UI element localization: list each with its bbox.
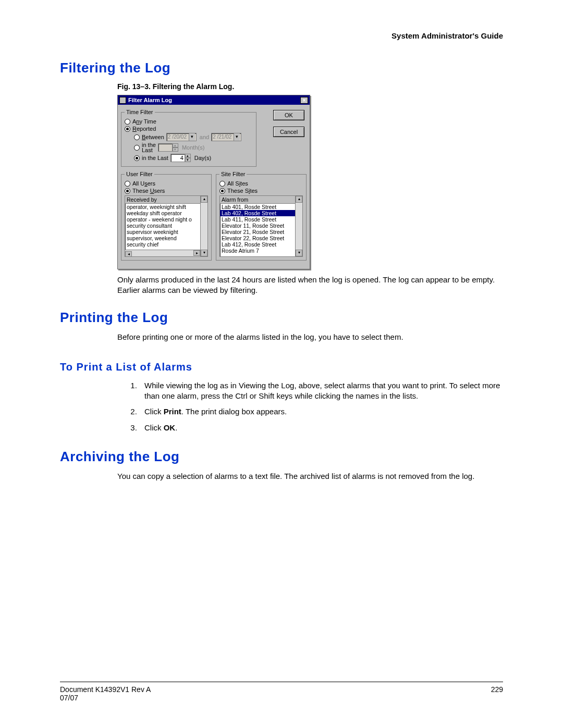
list-item[interactable]: supervisor weeknight: [125, 229, 207, 235]
scroll-down-icon[interactable]: ▾: [296, 250, 302, 256]
spinner-buttons[interactable]: ▴▾: [173, 143, 178, 152]
date-to-value: 2 /21/02: [213, 134, 231, 140]
time-filter-group: Time Filter Any Time Reported Between 2 …: [121, 109, 256, 167]
list-item[interactable]: weekday shift operator: [125, 210, 207, 216]
system-menu-icon[interactable]: [119, 97, 126, 104]
ok-button[interactable]: OK: [273, 110, 304, 120]
spinner-buttons[interactable]: ▴▾: [185, 154, 191, 162]
radio-any-time[interactable]: Any Time: [125, 118, 253, 125]
dropdown-icon[interactable]: ▾: [234, 133, 240, 141]
dialog-body: OK Cancel Time Filter Any Time Reported …: [118, 105, 310, 269]
step-item: Click Print. The print dialog box appear…: [139, 406, 503, 417]
date-from-value: 2 /20/02: [168, 134, 187, 140]
filter-alarm-log-dialog: Filter Alarm Log × OK Cancel Time Filter…: [117, 95, 310, 269]
radio-icon[interactable]: [125, 188, 130, 194]
radio-between[interactable]: Between 2 /20/02 ▾ and 2 /21/02 ▾: [134, 133, 253, 141]
archiving-body-text: You can copy a selection of alarms to a …: [117, 471, 503, 482]
radio-label: in the Last: [142, 142, 156, 153]
list-item[interactable]: Lab 402, Rosde Street: [220, 210, 302, 216]
users-listbox[interactable]: Received by operator, weeknight shift we…: [125, 195, 208, 257]
date-from-input[interactable]: 2 /20/02 ▾: [166, 133, 197, 141]
radio-all-users[interactable]: All Users: [125, 180, 208, 187]
scroll-right-icon[interactable]: ▸: [193, 250, 200, 256]
figure-caption: Fig. 13–3. Filtering the Alarm Log.: [117, 82, 503, 91]
radio-these-users[interactable]: These Users: [125, 188, 208, 194]
filtering-body-text: Only alarms produced in the last 24 hour…: [117, 275, 503, 296]
radio-label: Between: [142, 134, 164, 140]
print-steps-list: While viewing the log as in Viewing the …: [139, 380, 503, 433]
list-item[interactable]: Lab 412, Rosde Street: [220, 241, 302, 248]
vertical-scrollbar[interactable]: ▴ ▾: [295, 196, 302, 256]
site-filter-legend: Site Filter: [219, 171, 247, 177]
list-item[interactable]: security chief: [125, 241, 207, 248]
radio-label: These Users: [132, 188, 165, 194]
radio-label: Reported: [132, 126, 156, 132]
radio-icon[interactable]: [134, 145, 140, 151]
list-item[interactable]: Elevator 11, Rosde Street: [220, 223, 302, 229]
and-label: and: [200, 134, 209, 140]
list-item[interactable]: Rosde Atrium 7: [220, 248, 302, 254]
horizontal-scrollbar[interactable]: ◂ ▸: [125, 250, 200, 256]
list-item[interactable]: Lab 411, Rosde Street: [220, 216, 302, 223]
running-header: System Administrator's Guide: [391, 31, 503, 40]
radio-icon[interactable]: [219, 188, 225, 194]
radio-reported[interactable]: Reported: [125, 126, 253, 132]
vertical-scrollbar[interactable]: ▴ ▾: [200, 196, 207, 256]
months-spinner[interactable]: ▴▾: [158, 143, 173, 152]
cancel-button[interactable]: Cancel: [273, 127, 304, 137]
list-item[interactable]: operator - weekend night o: [125, 216, 207, 223]
radio-in-last-days[interactable]: in the Last 4 ▴▾ Day(s): [134, 154, 253, 162]
document-page: System Administrator's Guide Filtering t…: [0, 0, 563, 728]
list-item[interactable]: operator, weeknight shift: [125, 204, 207, 210]
days-unit: Day(s): [194, 155, 211, 161]
radio-icon[interactable]: [219, 181, 225, 187]
dialog-titlebar[interactable]: Filter Alarm Log ×: [118, 95, 310, 105]
heading-to-print: To Print a List of Alarms: [60, 361, 503, 373]
radio-icon[interactable]: [134, 134, 140, 140]
radio-label: These Sites: [227, 188, 258, 194]
radio-icon[interactable]: [125, 119, 130, 125]
scroll-down-icon[interactable]: ▾: [201, 250, 207, 256]
days-value: 4: [180, 155, 183, 161]
dropdown-icon[interactable]: ▾: [189, 133, 195, 141]
close-icon[interactable]: ×: [300, 97, 308, 104]
radio-label: Any Time: [132, 118, 156, 125]
list-item[interactable]: Lab 401, Rosde Street: [220, 204, 302, 210]
listbox-header[interactable]: Alarm from: [220, 196, 302, 204]
scroll-up-icon[interactable]: ▴: [296, 196, 302, 203]
radio-icon[interactable]: [134, 155, 140, 161]
dialog-button-column: OK Cancel: [273, 110, 304, 140]
date-to-input[interactable]: 2 /21/02 ▾: [211, 133, 241, 141]
printing-intro: Before printing one or more of the alarm…: [117, 332, 503, 342]
radio-label: All Sites: [227, 180, 248, 187]
radio-in-last-months[interactable]: in the Last ▴▾ Month(s): [134, 142, 253, 153]
radio-these-sites[interactable]: These Sites: [219, 188, 303, 194]
radio-icon[interactable]: [125, 181, 130, 187]
list-item[interactable]: supervisor, weekend: [125, 235, 207, 241]
radio-all-sites[interactable]: All Sites: [219, 180, 303, 187]
time-filter-legend: Time Filter: [125, 109, 155, 115]
step-item: While viewing the log as in Viewing the …: [139, 380, 503, 402]
site-filter-group: Site Filter All Sites These Sites Alarm …: [216, 171, 307, 261]
radio-label: All Users: [132, 180, 155, 187]
days-spinner[interactable]: 4 ▴▾: [170, 154, 185, 162]
months-unit: Month(s): [182, 144, 204, 151]
user-filter-group: User Filter All Users These Users Receiv…: [121, 171, 212, 261]
page-footer: Document K14392V1 Rev A 07/07 229: [60, 682, 503, 702]
listbox-header[interactable]: Received by: [125, 196, 207, 204]
list-item[interactable]: Elevator 22, Rosde Street: [220, 235, 302, 241]
heading-filtering: Filtering the Log: [60, 60, 503, 76]
list-item[interactable]: security consultant: [125, 223, 207, 229]
sites-listbox[interactable]: Alarm from Lab 401, Rosde Street Lab 402…: [219, 195, 303, 257]
radio-icon[interactable]: [125, 126, 130, 132]
page-number: 229: [491, 685, 503, 702]
user-filter-legend: User Filter: [125, 171, 154, 177]
heading-printing: Printing the Log: [60, 310, 503, 326]
scroll-left-icon[interactable]: ◂: [125, 251, 132, 257]
footer-doc-info: Document K14392V1 Rev A 07/07: [60, 685, 151, 702]
scroll-up-icon[interactable]: ▴: [201, 196, 207, 203]
step-item: Click OK.: [139, 423, 503, 433]
list-item[interactable]: Elevator 21, Rosde Street: [220, 229, 302, 235]
radio-label: in the Last: [142, 155, 168, 161]
dialog-title: Filter Alarm Log: [128, 97, 300, 103]
